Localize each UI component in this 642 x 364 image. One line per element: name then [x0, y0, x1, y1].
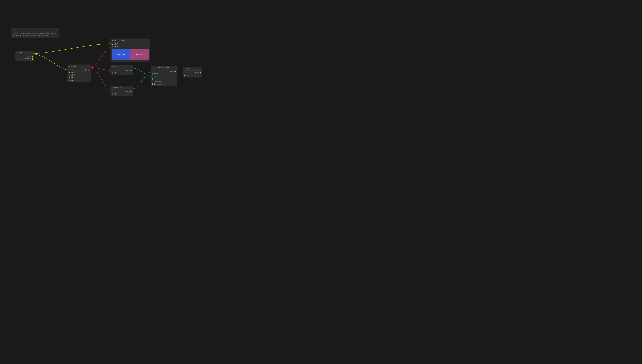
name-color-color-dot[interactable] [112, 94, 113, 95]
mix-colors-icon: ◎ [69, 66, 70, 67]
create-design-token-token-out-dot[interactable] [174, 71, 176, 72]
swatch-a: #3457d2 [112, 49, 130, 60]
mix-colors-colorA-dot[interactable] [69, 72, 70, 73]
create-design-token-token-out-port: token [151, 70, 177, 72]
output-token-in-label: token [186, 74, 190, 76]
mix-colors-colorB-port: colorB [68, 74, 91, 76]
create-design-token-extensions-dot[interactable] [152, 84, 153, 85]
name-color-body: value color [110, 89, 133, 96]
create-design-token-description-port: description [151, 80, 177, 83]
note-header: Note ✎ [13, 29, 57, 31]
output-node-title: Output [186, 68, 191, 70]
color-to-string-body: value color [110, 68, 133, 75]
mix-colors-title: Mix Colors [70, 65, 78, 67]
mix-colors-body: value colorA colorB value space [68, 68, 91, 82]
name-color-title: Name Color [114, 86, 122, 88]
create-design-token-type-dot[interactable] [152, 76, 153, 77]
output-token-in-port: token [183, 74, 202, 76]
mix-colors-header: ◎ Mix Colors [68, 64, 91, 68]
mix-colors-value-in-label: value [71, 77, 74, 78]
mix-colors-value-out-label: value [84, 69, 87, 71]
create-design-token-body: token name type value description $e [151, 69, 177, 86]
input-base-port: base [15, 55, 34, 58]
name-color-icon: ◎ [112, 87, 113, 88]
mix-colors-colorA-port: colorA [68, 71, 91, 74]
color-compare-colorA-dot[interactable] [112, 44, 113, 45]
name-color-node: ◎ Name Color value color [110, 86, 133, 96]
input-node-title: Input [18, 52, 22, 53]
create-design-token-value-port: value [151, 78, 177, 80]
mix-colors-value-in-port: value [68, 76, 91, 79]
mix-colors-space-dot[interactable] [69, 80, 70, 81]
mix-colors-node: ◎ Mix Colors value colorA colorB value [68, 64, 91, 82]
color-compare-icon: ◉ [112, 40, 113, 41]
mix-colors-colorA-label: colorA [71, 72, 75, 74]
color-compare-header: ◉ Color Compare [110, 38, 150, 42]
input-base-label: base [28, 56, 31, 57]
swatch-b: #9d447a [130, 49, 149, 60]
color-compare-swatches: #3457d2 #9d447a [112, 49, 149, 60]
color-to-string-title: Color to string [114, 66, 124, 67]
color-to-string-header: ◎ Color to string [110, 65, 133, 68]
name-color-header: ◎ Name Color [110, 86, 133, 89]
color-to-string-node: ◎ Color to string value color [110, 65, 133, 75]
create-design-token-value-dot[interactable] [152, 78, 153, 80]
name-color-color-port: color [110, 93, 133, 95]
input-addnew-dot[interactable] [32, 58, 33, 60]
output-token-in-dot[interactable] [184, 75, 185, 76]
create-design-token-type-port: type [151, 75, 177, 78]
create-design-token-token-out-label: token [170, 70, 174, 72]
create-design-token-name-label: name [154, 73, 158, 75]
name-color-value-out-port: value [110, 90, 133, 93]
output-node-header: ☆ Output [183, 67, 202, 70]
input-addnew-port: Add New [15, 58, 34, 60]
input-addnew-label: Add New [25, 58, 31, 60]
name-color-value-out-dot[interactable] [130, 91, 132, 92]
mix-colors-value-in-dot[interactable] [69, 77, 70, 78]
note-text: Example of the name color taking in an e… [13, 32, 57, 37]
input-node-header: ☆ Input [15, 51, 34, 54]
color-compare-colorB-dot[interactable] [112, 46, 113, 47]
note-title: Note [13, 29, 16, 31]
color-compare-colorB-port: colorB [110, 46, 150, 48]
mix-colors-value-out-port: value [68, 69, 91, 71]
mix-colors-colorB-dot[interactable] [69, 75, 70, 76]
note-edit-icon[interactable]: ✎ [56, 29, 57, 31]
color-compare-colorA-port: colorA [110, 43, 150, 46]
color-to-string-color-dot[interactable] [112, 72, 113, 74]
output-token-out-dot[interactable] [200, 72, 201, 74]
name-color-color-label: color [114, 93, 117, 95]
create-design-token-value-label: value [154, 78, 158, 80]
create-design-token-extensions-label: $extensions [154, 83, 162, 85]
color-to-string-icon: ◎ [112, 66, 113, 67]
node-canvas[interactable]: Note ✎ Example of the name color taking … [0, 0, 218, 122]
mix-colors-space-label: space [71, 80, 75, 81]
create-design-token-name-port: name [151, 72, 177, 75]
output-node: ☆ Output token token [183, 67, 202, 78]
input-node: ☆ Input base Add New [15, 51, 34, 61]
mix-colors-colorB-label: colorB [71, 74, 75, 76]
color-compare-node: ◉ Color Compare colorA colorB #3457d2 #9… [110, 38, 150, 62]
color-compare-colorA-label: colorA [114, 43, 118, 45]
color-to-string-value-out-dot[interactable] [130, 70, 132, 71]
color-to-string-value-out-port: value [110, 69, 133, 72]
output-token-out-port: token [183, 72, 202, 74]
output-node-icon: ☆ [184, 68, 186, 70]
color-to-string-color-label: color [114, 72, 117, 74]
create-design-token-description-label: description [154, 80, 161, 82]
input-node-body: base Add New [15, 54, 34, 61]
create-design-token-title: Create Design Token [154, 66, 169, 68]
name-color-value-out-label: value [126, 91, 130, 92]
mix-colors-value-out-dot[interactable] [88, 70, 90, 71]
mix-colors-space-port: space [68, 79, 91, 82]
color-to-string-value-out-label: value [126, 70, 130, 71]
input-node-icon: ☆ [16, 52, 18, 53]
input-base-dot[interactable] [32, 56, 33, 57]
create-design-token-node: ☆ Create Design Token token name type va… [151, 66, 177, 86]
create-design-token-description-dot[interactable] [152, 81, 153, 82]
create-design-token-name-dot[interactable] [152, 73, 153, 74]
color-compare-title: Color Compare [114, 39, 125, 41]
color-to-string-color-port: color [110, 72, 133, 74]
create-design-token-header: ☆ Create Design Token [151, 66, 177, 69]
create-design-token-icon: ☆ [152, 66, 153, 68]
